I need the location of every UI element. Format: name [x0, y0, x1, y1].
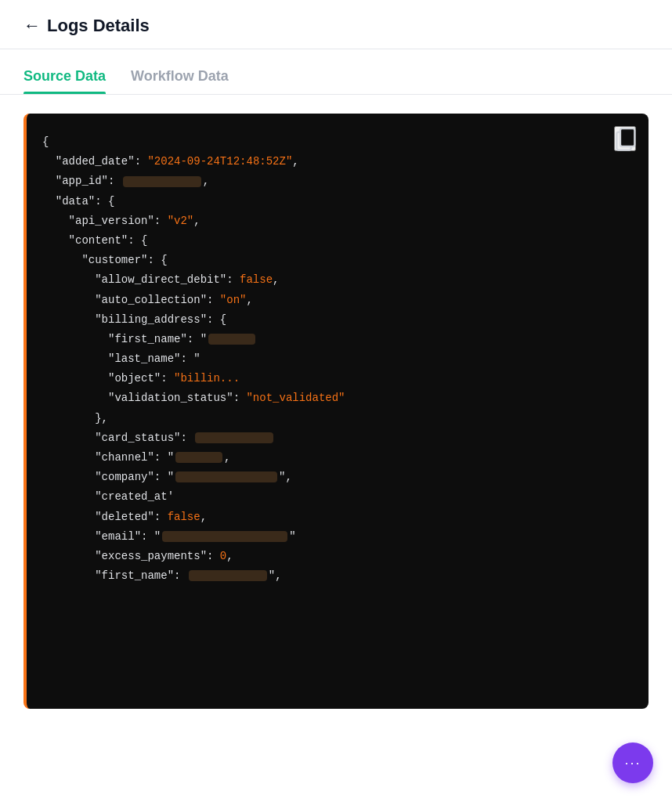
json-line: "excess_payments": 0,: [42, 547, 633, 566]
json-line: "validation_status": "not_validated": [42, 388, 633, 408]
json-line: "email": "": [42, 527, 633, 547]
json-line: "added_date": "2024-09-24T12:48:52Z",: [42, 152, 633, 172]
chat-button[interactable]: ···: [612, 742, 653, 783]
json-line: "company": "",: [42, 468, 633, 487]
json-line: "channel": ",: [42, 448, 633, 468]
json-line: {: [42, 132, 633, 152]
header: ← Logs Details: [0, 0, 672, 49]
chat-dots-icon: ···: [624, 755, 641, 771]
json-line: "deleted": false,: [42, 508, 633, 527]
tab-source-data[interactable]: Source Data: [23, 68, 106, 94]
json-line: "card_status":: [42, 428, 633, 448]
json-line: "customer": {: [42, 251, 633, 270]
svg-rect-1: [620, 128, 634, 146]
copy-button[interactable]: [614, 126, 636, 151]
back-arrow-icon: ←: [23, 16, 41, 36]
json-line: "billing_address": {: [42, 310, 633, 330]
tabs-container: Source Data Workflow Data: [0, 49, 672, 95]
json-line: "data": {: [42, 192, 633, 211]
json-viewer: { "added_date": "2024-09-24T12:48:52Z", …: [23, 114, 649, 709]
json-line: "content": {: [42, 231, 633, 251]
json-line: "auto_collection": "on",: [42, 291, 633, 310]
json-line: "first_name": ",: [42, 566, 633, 586]
json-line: "created_at': [42, 487, 633, 507]
json-line: "allow_direct_debit": false,: [42, 270, 633, 290]
tabs: Source Data Workflow Data: [23, 68, 649, 94]
json-line: "last_name": ": [42, 349, 633, 369]
content-area: { "added_date": "2024-09-24T12:48:52Z", …: [0, 95, 672, 728]
tab-workflow-data[interactable]: Workflow Data: [131, 68, 229, 94]
json-line: "app_id": ,: [42, 172, 633, 191]
back-button[interactable]: ← Logs Details: [23, 16, 150, 36]
json-line: "object": "billin...: [42, 369, 633, 388]
page-title: Logs Details: [47, 16, 150, 36]
json-line: "api_version": "v2",: [42, 211, 633, 231]
json-line: "first_name": ": [42, 330, 633, 349]
json-content: { "added_date": "2024-09-24T12:48:52Z", …: [42, 132, 633, 586]
json-line: },: [42, 409, 633, 428]
